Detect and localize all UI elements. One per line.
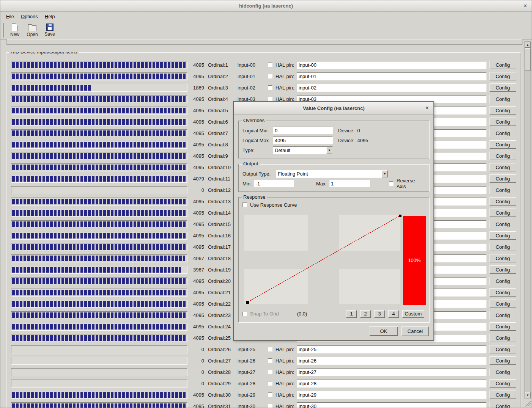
level-bar-fill xyxy=(12,233,186,239)
config-button[interactable]: Config xyxy=(490,209,516,217)
config-button[interactable]: Config xyxy=(490,288,516,297)
curve-origin-value: (0,0) xyxy=(297,311,307,317)
hal-pin-checkbox[interactable] xyxy=(268,63,272,67)
horizontal-scrollbar-thumb[interactable] xyxy=(7,39,522,44)
horizontal-scrollbar[interactable] xyxy=(6,39,523,45)
curve-point-1-button[interactable]: 1 xyxy=(346,310,357,318)
response-curve-area[interactable]: 100% xyxy=(243,212,427,307)
menu-help[interactable]: Help xyxy=(41,13,58,20)
level-bar-fill xyxy=(12,244,186,250)
hal-pin-input[interactable] xyxy=(297,391,486,399)
hal-pin-checkbox[interactable] xyxy=(268,404,272,408)
dropdown-arrow-icon[interactable]: ▾ xyxy=(326,147,332,154)
config-button[interactable]: Config xyxy=(490,197,516,206)
config-button[interactable]: Config xyxy=(490,254,516,262)
config-button[interactable]: Config xyxy=(490,231,516,240)
config-button[interactable]: Config xyxy=(490,402,516,408)
hal-pin-checkbox[interactable] xyxy=(268,347,272,352)
hal-pin-checkbox[interactable] xyxy=(268,97,272,101)
toolbar-drag-handle[interactable] xyxy=(3,23,4,38)
config-button[interactable]: Config xyxy=(490,118,516,126)
curve-point-3-button[interactable]: 3 xyxy=(374,310,385,318)
hal-pin-input[interactable] xyxy=(297,380,486,388)
config-button[interactable]: Config xyxy=(490,106,516,115)
config-button[interactable]: Config xyxy=(490,300,516,308)
device-value: 1869 xyxy=(188,85,204,91)
vertical-scrollbar-thumb[interactable] xyxy=(525,48,530,71)
use-response-curve-checkbox[interactable] xyxy=(242,202,247,207)
ok-button[interactable]: OK xyxy=(369,326,398,336)
hal-pin-checkbox[interactable] xyxy=(268,370,272,374)
hal-pin-checkbox[interactable] xyxy=(268,358,272,363)
dialog-titlebar[interactable]: Value Config (на lasercnc) × xyxy=(234,102,433,115)
level-bar-fill xyxy=(12,278,186,284)
config-button[interactable]: Config xyxy=(490,322,516,331)
hal-pin-checkbox[interactable] xyxy=(268,85,272,90)
hal-pin-input[interactable] xyxy=(297,61,486,69)
config-button[interactable]: Config xyxy=(490,61,516,69)
config-button[interactable]: Config xyxy=(490,152,516,160)
curve-custom-button[interactable]: Custom xyxy=(402,310,424,318)
config-button[interactable]: Config xyxy=(490,129,516,137)
cancel-button[interactable]: Cancel xyxy=(401,326,429,336)
config-button[interactable]: Config xyxy=(490,391,516,399)
scroll-up-icon[interactable]: ▲ xyxy=(525,42,530,48)
window-close-button[interactable]: × xyxy=(524,3,527,9)
curve-point-4-button[interactable]: 4 xyxy=(388,310,399,318)
menu-file[interactable]: File xyxy=(3,13,17,20)
ordinal-label: Ordinal:28 xyxy=(208,369,235,375)
config-button[interactable]: Config xyxy=(490,334,516,342)
hal-pin-input[interactable] xyxy=(297,345,486,353)
config-button[interactable]: Config xyxy=(490,311,516,319)
hal-pin-input[interactable] xyxy=(297,357,486,365)
config-button[interactable]: Config xyxy=(490,243,516,251)
snap-to-grid-checkbox[interactable] xyxy=(242,312,247,316)
logical-max-input[interactable] xyxy=(273,137,333,144)
hal-pin-input[interactable] xyxy=(297,72,486,80)
new-button[interactable]: New xyxy=(6,22,24,39)
device-value: 4095 xyxy=(188,130,204,136)
resize-grip-icon[interactable] xyxy=(524,400,531,406)
output-max-input[interactable] xyxy=(329,180,370,187)
type-dropdown[interactable]: Default ▾ xyxy=(273,146,333,154)
config-button[interactable]: Config xyxy=(490,277,516,285)
scroll-down-icon[interactable]: ▼ xyxy=(525,392,530,398)
config-button[interactable]: Config xyxy=(490,345,516,353)
config-button[interactable]: Config xyxy=(490,368,516,376)
save-button[interactable]: Save xyxy=(41,22,58,39)
config-button[interactable]: Config xyxy=(490,72,516,80)
output-min-input[interactable] xyxy=(254,180,294,187)
curve-handle-start[interactable] xyxy=(246,301,249,304)
config-button[interactable]: Config xyxy=(490,174,516,183)
output-type-dropdown[interactable]: Floating Point ▾ xyxy=(276,170,388,178)
config-button[interactable]: Config xyxy=(490,140,516,149)
config-button[interactable]: Config xyxy=(490,95,516,103)
logical-max-row: Logical Max Device: 4095 xyxy=(242,135,425,145)
hal-pin-checkbox[interactable] xyxy=(268,381,272,386)
config-button[interactable]: Config xyxy=(490,379,516,388)
level-bar xyxy=(11,311,187,319)
curve-point-2-button[interactable]: 2 xyxy=(360,310,371,318)
config-button[interactable]: Config xyxy=(490,220,516,228)
hal-pin-input[interactable] xyxy=(297,402,486,408)
dropdown-arrow-icon[interactable]: ▾ xyxy=(382,170,388,177)
hal-pin-input[interactable] xyxy=(297,368,486,376)
menu-options[interactable]: Options xyxy=(17,13,41,20)
hal-pin-checkbox[interactable] xyxy=(268,392,272,397)
config-button[interactable]: Config xyxy=(490,83,516,92)
config-button[interactable]: Config xyxy=(490,265,516,274)
level-bar xyxy=(11,220,187,228)
ordinal-label: Ordinal:3 xyxy=(208,85,235,91)
curve-handle-end[interactable] xyxy=(399,215,401,217)
dialog-close-button[interactable]: × xyxy=(425,105,429,111)
config-button[interactable]: Config xyxy=(490,163,516,171)
hal-pin-input[interactable] xyxy=(297,84,486,92)
window-titlebar[interactable]: hidconfig (на lasercnc) × xyxy=(0,0,532,12)
config-button[interactable]: Config xyxy=(490,356,516,365)
logical-min-input[interactable] xyxy=(273,127,333,134)
hal-pin-checkbox[interactable] xyxy=(268,74,272,78)
open-button[interactable]: Open xyxy=(24,22,41,39)
config-button[interactable]: Config xyxy=(490,186,516,194)
reverse-axis-checkbox[interactable] xyxy=(389,181,393,186)
vertical-scrollbar[interactable]: ▲ ▼ xyxy=(524,41,531,399)
